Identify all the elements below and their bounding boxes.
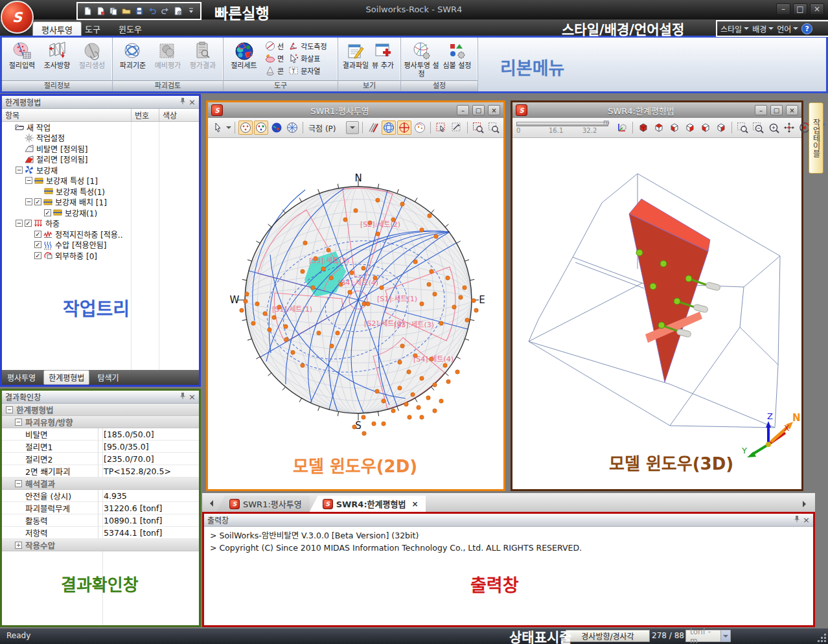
close-button[interactable]: × [810, 3, 824, 15]
minimize-button[interactable]: – [776, 3, 790, 15]
tree-item[interactable]: 작업설정 [2, 133, 199, 144]
minimize-button[interactable]: – [457, 105, 469, 115]
tree-item[interactable]: ✓수압 [적용안됨] [2, 240, 199, 251]
result-group-row[interactable]: −한계평형법 [2, 404, 199, 416]
close-icon[interactable]: × [803, 516, 810, 524]
window-3d-titlebar[interactable]: S SWR4:한계평형법 –□× [512, 102, 801, 118]
close-button[interactable]: × [488, 105, 500, 115]
dip-direction-field[interactable]: 경사방향/경사각 [566, 630, 650, 642]
pole-plot-icon[interactable] [238, 121, 253, 135]
save-icon[interactable] [133, 6, 144, 17]
scatter-plot-icon[interactable] [254, 121, 268, 135]
arrow-button[interactable]: 화살표 [287, 52, 328, 64]
model-view-3d[interactable]: Z Y X N [512, 138, 801, 489]
tab-scroll-left[interactable] [205, 497, 215, 510]
failure-criteria-button[interactable]: 파괴기준 [115, 40, 150, 71]
joint-generate-button[interactable]: 절리생성 [75, 40, 109, 71]
tree-item[interactable]: ✓보강재(1) [2, 207, 199, 218]
checkbox[interactable]: ✓ [25, 220, 32, 227]
survey-direction-button[interactable]: 조사방향 [40, 40, 75, 71]
open-icon[interactable] [121, 6, 132, 17]
zoom-extents-icon[interactable] [766, 121, 781, 135]
new-alt-icon[interactable] [95, 6, 106, 17]
dropdown-icon[interactable] [185, 6, 196, 17]
checkbox[interactable]: ✓ [34, 198, 41, 205]
result-group-row[interactable]: −해석결과 [2, 477, 199, 490]
view-front-icon[interactable] [667, 121, 682, 135]
line-button[interactable]: 선 [264, 40, 285, 52]
pin-icon[interactable] [179, 97, 186, 107]
add-view-button[interactable]: 뷰 추가 [371, 40, 395, 71]
set-circle-icon[interactable] [413, 121, 427, 135]
tree-item[interactable]: 절리면 [정의됨] [2, 154, 199, 165]
hatch-icon[interactable] [366, 121, 380, 135]
angle-measure-button[interactable]: 각도측정 [287, 40, 328, 52]
tab-stereonet[interactable]: 평사투영 [32, 21, 82, 37]
tree-expander[interactable]: − [16, 220, 23, 227]
tab-scroll-right[interactable] [801, 498, 811, 511]
pin-icon[interactable] [794, 515, 800, 525]
resize-grip[interactable] [824, 640, 826, 642]
zoom-window-icon[interactable] [471, 121, 485, 135]
checkbox[interactable]: ✓ [34, 231, 41, 238]
tree-expander[interactable]: − [16, 167, 23, 174]
tree-tab-0[interactable]: 평사투영 [7, 372, 36, 383]
mdi-tab-0[interactable]: SSWR1:평사투영 [216, 496, 310, 512]
tree-item[interactable]: −보강재 [2, 165, 199, 176]
language-menu[interactable]: 언어 [777, 23, 798, 34]
result-expander[interactable]: − [15, 419, 22, 426]
maximize-button[interactable]: □ [472, 105, 485, 115]
background-menu[interactable]: 배경 [752, 23, 774, 34]
grid-globe-icon[interactable] [382, 121, 396, 135]
dropdown-button[interactable] [346, 121, 359, 134]
joint-set-button[interactable]: 절리세트 [226, 40, 262, 71]
zoom-out-icon[interactable] [751, 121, 765, 135]
undo-icon[interactable] [146, 6, 157, 17]
view-left-icon[interactable] [698, 121, 713, 135]
redo-icon[interactable] [159, 6, 170, 17]
tree-tab-1[interactable]: 한계평형법 [43, 370, 89, 385]
maximize-button[interactable]: □ [793, 3, 807, 15]
minimize-button[interactable]: – [755, 105, 767, 115]
output-log[interactable]: > SoilWorks-암반비탈면 V.3.0.0 [Beta Version]… [204, 527, 813, 625]
chevron-down-icon[interactable] [226, 126, 231, 132]
copy-icon[interactable] [108, 6, 119, 17]
pan-icon[interactable] [782, 121, 796, 135]
unit-dropdown[interactable]: tonf - m [685, 630, 731, 642]
model-view-2d[interactable]: [S2]:세트(2)[S3]:세트(3)[S4]:세트(4)[S1]:세트(1)… [208, 138, 503, 489]
tree-item[interactable]: −✓보강재 배치 [1] [2, 197, 199, 208]
tab-window[interactable]: 윈도우 [110, 21, 150, 36]
result-file-button[interactable]: 결과파일 [341, 40, 371, 71]
rosette-plot-icon[interactable] [285, 121, 299, 135]
cone-button[interactable]: 콘 [264, 64, 285, 76]
tree-tab-2[interactable]: 탐색기 [97, 372, 119, 383]
close-icon[interactable]: × [411, 500, 418, 509]
view-back-icon[interactable] [683, 121, 697, 135]
close-button[interactable]: × [786, 105, 798, 115]
stereonet-settings-button[interactable]: 평사투영 설정 [404, 40, 439, 78]
result-expander[interactable]: − [15, 480, 22, 487]
pin-icon[interactable] [179, 392, 186, 402]
checkbox[interactable]: ✓ [44, 209, 51, 216]
checkbox[interactable]: ✓ [34, 241, 41, 248]
result-group-row[interactable]: −파괴유형/방향 [2, 416, 199, 428]
maximize-button[interactable]: □ [770, 105, 783, 115]
result-group-row[interactable]: +작용수압 [2, 539, 199, 551]
view-iso-icon[interactable] [636, 121, 650, 135]
view-top-icon[interactable] [652, 121, 666, 135]
result-body[interactable]: −한계평형법−파괴유형/방향비탈면[185.0/50.0]절리면1[95.0/3… [2, 404, 199, 625]
tree-item[interactable]: 보강재 특성(1) [2, 186, 199, 197]
app-logo-icon[interactable]: S [1, 1, 34, 34]
symbol-settings-button[interactable]: 심볼 설정 [439, 40, 475, 71]
close-icon[interactable]: × [189, 393, 196, 401]
tree-item[interactable]: 새 작업 [2, 122, 199, 133]
tree-expander[interactable]: − [25, 198, 32, 205]
zoom-dynamic-icon[interactable] [487, 121, 501, 135]
tree-item[interactable]: ✓외부하중 [0] [2, 250, 199, 261]
tree-expander[interactable]: − [25, 177, 32, 184]
tab-tools[interactable]: 도구 [76, 21, 109, 36]
page-settings-icon[interactable] [172, 6, 183, 17]
ucs-axis-icon[interactable] [615, 121, 629, 135]
close-icon[interactable]: × [189, 98, 196, 106]
select-cursor-icon[interactable] [211, 121, 225, 135]
